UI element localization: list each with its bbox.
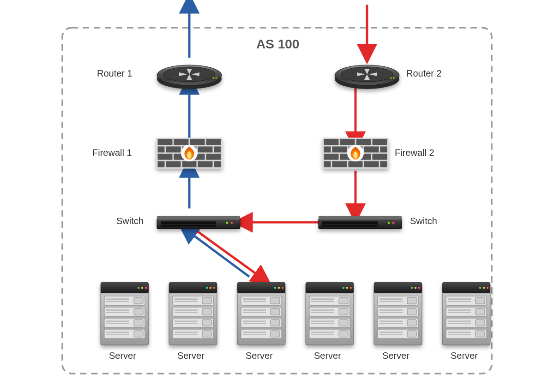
server-icon bbox=[169, 282, 217, 345]
server-label: Server bbox=[382, 350, 409, 361]
router-1-label: Router 1 bbox=[97, 68, 132, 79]
server-icon bbox=[101, 282, 149, 345]
firewall-2-icon bbox=[323, 138, 388, 168]
switch-2-icon bbox=[319, 216, 402, 229]
switch-1-label: Switch bbox=[116, 216, 144, 226]
router-2-icon bbox=[335, 65, 399, 89]
firewall-1-label: Firewall 1 bbox=[92, 148, 132, 158]
firewall-2-label: Firewall 2 bbox=[395, 148, 434, 158]
as-title: AS 100 bbox=[256, 37, 299, 52]
switch-2-label: Switch bbox=[410, 216, 437, 226]
diagram-svg bbox=[0, 0, 554, 392]
svg-line-64 bbox=[198, 232, 258, 275]
router-2-label: Router 2 bbox=[406, 68, 442, 79]
diagram-canvas: AS 100 Router 1 Router 2 Firewall 1 Fire… bbox=[0, 0, 554, 392]
switch-1-icon bbox=[157, 216, 240, 229]
router-1-icon bbox=[157, 65, 222, 89]
server-icon bbox=[306, 282, 354, 345]
server-icon bbox=[374, 282, 422, 345]
server-label: Server bbox=[109, 350, 136, 361]
server-label: Server bbox=[451, 350, 478, 361]
server-label: Server bbox=[177, 350, 205, 361]
server-label: Server bbox=[246, 350, 273, 361]
svg-line-59 bbox=[192, 234, 249, 277]
server-icon bbox=[237, 282, 285, 345]
server-label: Server bbox=[314, 350, 341, 361]
server-icon bbox=[442, 282, 490, 345]
firewall-1-icon bbox=[157, 138, 222, 168]
